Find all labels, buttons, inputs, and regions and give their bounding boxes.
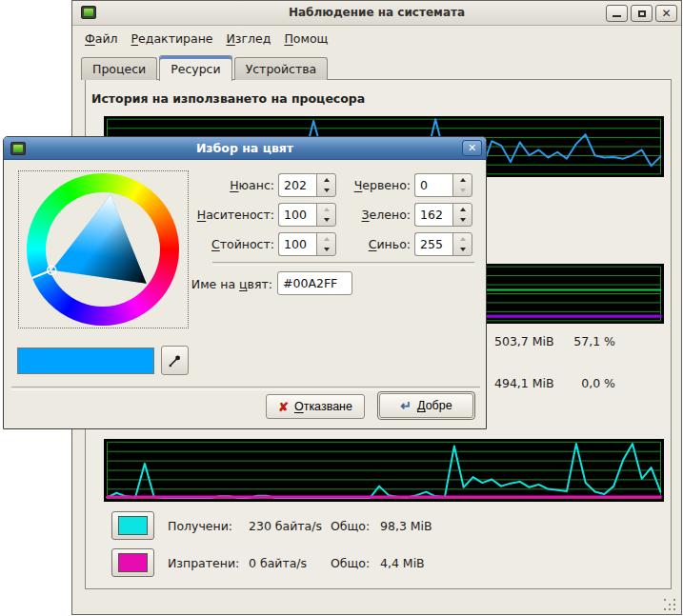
- saturation-input[interactable]: [278, 203, 317, 227]
- hue-label: Нюанс:: [137, 178, 274, 192]
- menu-file[interactable]: Файл: [78, 29, 125, 49]
- ok-enter-icon: ↵: [400, 399, 412, 412]
- spin-up-icon[interactable]: [453, 204, 472, 215]
- received-color-swatch: [118, 516, 148, 535]
- green-input[interactable]: [414, 203, 453, 227]
- green-spinner[interactable]: [452, 203, 472, 227]
- green-label: Зелено:: [332, 208, 411, 222]
- color-picker-dialog: Избор на цвят ✕: [3, 136, 487, 429]
- eyedropper-icon: [168, 353, 182, 368]
- ok-button-label: Добре: [417, 399, 452, 412]
- spin-down-icon[interactable]: [453, 215, 472, 227]
- sent-color-swatch: [118, 553, 148, 572]
- spin-down-icon[interactable]: [453, 245, 472, 256]
- value-label: Стойност:: [137, 237, 274, 251]
- ok-button[interactable]: ↵ Добре: [379, 393, 473, 418]
- color-name-input[interactable]: [277, 271, 352, 295]
- tab-processes[interactable]: Процеси: [81, 57, 157, 80]
- cancel-x-icon: ✘: [278, 400, 289, 414]
- blue-input[interactable]: [414, 232, 453, 256]
- fields-separator: [212, 262, 474, 266]
- sent-total-label: Общо:: [331, 556, 370, 570]
- red-spinner[interactable]: [452, 173, 472, 197]
- cancel-button[interactable]: ✘ Отказване: [266, 394, 365, 419]
- received-color-button[interactable]: [111, 511, 154, 540]
- cpu-history-title: История на използването на процесора: [91, 91, 365, 106]
- spin-up-icon[interactable]: [453, 233, 472, 245]
- cancel-button-label: Отказване: [294, 400, 352, 413]
- menubar: Файл Редактиране Изглед Помощ: [72, 26, 681, 50]
- menu-edit[interactable]: Редактиране: [125, 29, 220, 49]
- sent-legend-row: Изпратени: 0 байта/s Общо: 4,4 MiB: [111, 548, 512, 577]
- buttons-separator: [11, 387, 480, 390]
- received-rate: 230 байта/s: [249, 519, 322, 533]
- window-title: Наблюдение на системата: [72, 6, 681, 19]
- status-bar: [72, 589, 681, 614]
- sent-color-button[interactable]: [111, 548, 154, 577]
- resize-grip[interactable]: [663, 598, 676, 611]
- received-total-label: Общо:: [331, 519, 370, 533]
- received-label: Получени:: [168, 519, 232, 533]
- red-label: Червено:: [332, 178, 411, 192]
- dialog-close-button[interactable]: ✕: [462, 140, 482, 156]
- swap-percent: 0,0 %: [520, 376, 615, 390]
- menu-help[interactable]: Помощ: [277, 29, 334, 49]
- blue-spinner[interactable]: [452, 232, 472, 256]
- red-input[interactable]: [414, 173, 453, 197]
- blue-label: Синьо:: [332, 237, 411, 251]
- close-button[interactable]: ✕: [655, 5, 677, 22]
- received-legend-row: Получени: 230 байта/s Общо: 98,3 MiB: [111, 511, 512, 540]
- received-total: 98,3 MiB: [380, 519, 432, 533]
- network-history-chart: [104, 439, 664, 502]
- menu-view[interactable]: Изглед: [220, 29, 278, 49]
- window-titlebar[interactable]: Наблюдение на системата ✕: [72, 1, 681, 26]
- maximize-button[interactable]: [631, 5, 653, 22]
- spin-down-icon[interactable]: [453, 186, 472, 197]
- minimize-icon: [613, 15, 621, 17]
- close-icon: ✕: [661, 8, 671, 19]
- tab-devices[interactable]: Устройства: [234, 57, 329, 80]
- tab-bar: Процеси Ресурси Устройства: [81, 50, 330, 80]
- saturation-label: Наситеност:: [137, 208, 274, 222]
- ok-button-focus-ring: ↵ Добре: [377, 391, 475, 420]
- tab-resources[interactable]: Ресурси: [159, 55, 231, 81]
- memory-percent: 57,1 %: [520, 334, 615, 348]
- spin-up-icon[interactable]: [453, 174, 472, 186]
- hue-input[interactable]: [278, 173, 317, 197]
- eyedropper-button[interactable]: [161, 346, 189, 375]
- maximize-icon: [638, 10, 646, 17]
- desktop: Наблюдение на системата ✕ Файл Редактира…: [0, 0, 683, 616]
- sent-rate: 0 байта/s: [249, 556, 307, 570]
- close-icon: ✕: [468, 142, 476, 154]
- color-name-label: Име на цвят:: [137, 277, 272, 291]
- minimize-button[interactable]: [606, 5, 628, 22]
- color-preview-swatch: [17, 348, 154, 374]
- dialog-title: Избор на цвят: [4, 141, 486, 155]
- window-controls: ✕: [606, 5, 677, 22]
- value-input[interactable]: [278, 232, 317, 256]
- sent-total: 4,4 MiB: [380, 556, 425, 570]
- sent-label: Изпратени:: [168, 556, 239, 570]
- dialog-titlebar[interactable]: Избор на цвят ✕: [4, 137, 486, 160]
